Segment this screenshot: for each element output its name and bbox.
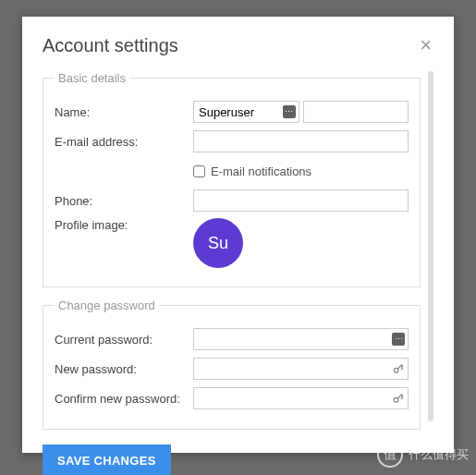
watermark-badge: 值: [377, 442, 403, 468]
profile-image-label: Profile image:: [55, 218, 193, 232]
modal-header: Account settings ×: [43, 35, 433, 56]
autofill-icon: ⋯: [392, 333, 405, 346]
phone-row: Phone:: [55, 189, 409, 213]
change-password-legend: Change password: [55, 298, 159, 312]
autofill-icon: ⋯: [283, 105, 296, 118]
email-notifications-label: E-mail notifications: [211, 164, 311, 178]
name-row: Name: ⋯: [55, 100, 409, 124]
current-password-input[interactable]: [193, 328, 409, 350]
last-name-input[interactable]: [303, 101, 409, 123]
phone-label: Phone:: [55, 194, 193, 208]
scrollbar[interactable]: [428, 71, 433, 421]
svg-point-1: [394, 397, 398, 402]
basic-details-legend: Basic details: [55, 71, 129, 85]
email-input[interactable]: [193, 130, 409, 152]
modal-title: Account settings: [43, 35, 178, 56]
notifications-row: E-mail notifications: [55, 159, 409, 183]
phone-input[interactable]: [193, 189, 409, 212]
email-row: E-mail address:: [55, 129, 409, 153]
watermark: 值 什么值得买: [377, 442, 469, 468]
change-password-fieldset: Change password Current password: ⋯ New …: [43, 298, 421, 430]
new-password-input[interactable]: [193, 358, 409, 380]
key-icon: [392, 362, 405, 375]
basic-details-fieldset: Basic details Name: ⋯ E-mail address:: [43, 71, 421, 287]
modal-body: Basic details Name: ⋯ E-mail address:: [43, 71, 433, 475]
key-icon: [392, 392, 405, 405]
name-label: Name:: [55, 105, 193, 119]
account-settings-modal: Account settings × Basic details Name: ⋯: [22, 17, 454, 453]
confirm-password-input[interactable]: [193, 387, 409, 409]
email-label: E-mail address:: [55, 135, 193, 149]
current-password-label: Current password:: [55, 333, 193, 347]
new-password-label: New password:: [55, 362, 193, 376]
confirm-password-row: Confirm new password:: [55, 386, 409, 410]
new-password-row: New password:: [55, 357, 409, 381]
confirm-password-label: Confirm new password:: [55, 392, 193, 406]
close-icon[interactable]: ×: [418, 35, 433, 55]
current-password-row: Current password: ⋯: [55, 327, 409, 351]
svg-point-0: [394, 368, 398, 372]
profile-image-row: Profile image: Su: [55, 218, 409, 268]
save-changes-button[interactable]: SAVE CHANGES: [43, 445, 171, 475]
avatar[interactable]: Su: [193, 218, 243, 268]
email-notifications-checkbox[interactable]: [193, 165, 205, 177]
watermark-text: 什么值得买: [409, 446, 469, 463]
